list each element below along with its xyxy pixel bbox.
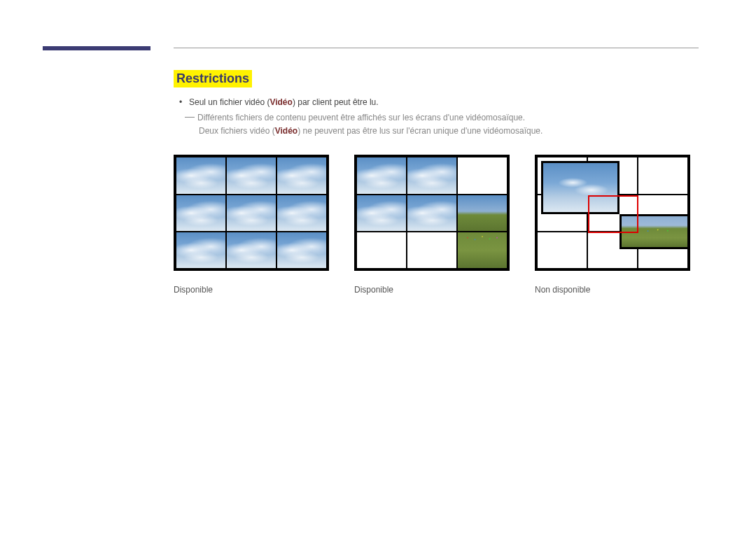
grid-cell <box>407 195 457 232</box>
diagram-available-2: Disponible <box>354 155 510 295</box>
grid-cell <box>638 157 688 194</box>
section-heading: Restrictions <box>174 70 252 87</box>
grid-cell <box>276 157 327 194</box>
diagram-not-available: Non disponible <box>535 155 690 295</box>
video-wall-grid <box>354 155 510 271</box>
grid-cell <box>176 232 226 269</box>
text-pre: Deux fichiers vidéo ( <box>199 126 275 136</box>
text-post: ) par client peut être lu. <box>293 97 379 107</box>
grid-cell <box>176 195 226 232</box>
grid-cell <box>176 157 226 194</box>
sub-line: Deux fichiers vidéo (Vidéo) ne peuvent p… <box>199 125 699 138</box>
sub-text: Différents fichiers de contenu peuvent ê… <box>197 113 525 122</box>
bullet-text: Seul un fichier vidéo (Vidéo) par client… <box>189 97 379 107</box>
text-pre: Seul un fichier vidéo ( <box>189 97 270 107</box>
grid-cell <box>226 157 276 194</box>
grid-cell <box>356 195 407 232</box>
video-wall-grid <box>535 155 690 271</box>
conflict-highlight-icon <box>588 195 638 233</box>
grid-cell <box>457 195 507 232</box>
sub-note: ―Différents fichiers de contenu peuvent … <box>199 111 699 138</box>
diagram-row: Disponible Disponible <box>174 155 699 295</box>
page-content: Restrictions • Seul un fichier vidéo (Vi… <box>174 70 699 295</box>
bullet-item: • Seul un fichier vidéo (Vidéo) par clie… <box>179 97 699 107</box>
bullet-list: • Seul un fichier vidéo (Vidéo) par clie… <box>179 97 699 107</box>
text-post: ) ne peuvent pas être lus sur l'écran un… <box>298 126 542 136</box>
grid-cell <box>537 232 587 269</box>
grid-cell <box>407 157 457 194</box>
grid-cell <box>407 232 457 269</box>
grid-cell <box>457 157 507 194</box>
grid-cell <box>226 195 276 232</box>
grid-cell <box>356 232 407 269</box>
diagram-caption: Disponible <box>354 285 510 295</box>
diagram-caption: Non disponible <box>535 285 690 295</box>
grid-cell <box>276 232 327 269</box>
bullet-dot-icon: • <box>179 97 189 107</box>
sub-line: ―Différents fichiers de contenu peuvent … <box>199 111 699 125</box>
video-wall-grid <box>174 155 329 271</box>
header-accent-bar <box>43 46 150 50</box>
grid-cell <box>226 232 276 269</box>
diagram-caption: Disponible <box>174 285 329 295</box>
text-highlight: Vidéo <box>275 126 298 136</box>
dash-icon: ― <box>185 111 197 121</box>
diagram-available-1: Disponible <box>174 155 329 295</box>
header-divider-line <box>174 48 699 48</box>
text-highlight: Vidéo <box>270 97 292 107</box>
grid-cell <box>356 157 407 194</box>
grid-cell <box>457 232 507 269</box>
grid-cell <box>276 195 327 232</box>
